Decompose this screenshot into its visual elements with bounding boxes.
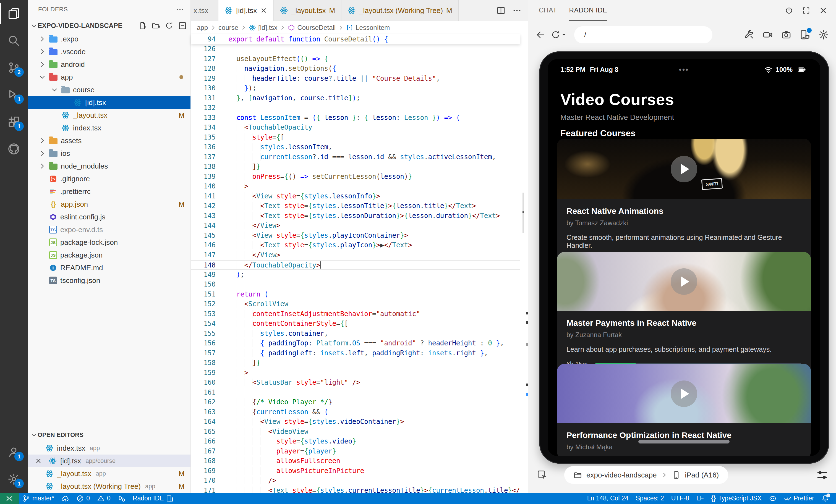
statusbar-cursor-position[interactable]: Ln 148, Col 24	[587, 495, 629, 502]
code-line-169[interactable]: 169 allowsPictureInPicture	[191, 466, 520, 476]
tree-item-.vscode[interactable]: .vscode	[27, 45, 190, 58]
course-thumbnail[interactable]: swm	[557, 139, 811, 199]
code-line-142[interactable]: 142 <Text style={styles.lessonTitle}>{le…	[191, 201, 520, 211]
screen-record-icon[interactable]	[762, 30, 773, 40]
newfile-icon[interactable]	[138, 22, 147, 30]
home-indicator[interactable]	[638, 440, 729, 444]
code-line-154[interactable]: 154 contentContainerStyle={[	[191, 319, 520, 329]
statusbar-indentation[interactable]: Spaces: 2	[635, 495, 664, 502]
tree-item-[id].tsx[interactable]: [id].tsx	[27, 96, 190, 109]
tree-item-.expo[interactable]: .expo	[27, 33, 190, 45]
close-icon[interactable]	[819, 6, 828, 15]
code-line-147[interactable]: 147 </View>	[191, 250, 520, 260]
code-line-170[interactable]: 170 />	[191, 476, 520, 486]
code-line-136[interactable]: 136 styles.lessonItem,	[191, 142, 520, 152]
open-editor-[id].tsx[interactable]: [id].tsxapp/course	[27, 454, 190, 467]
statusbar-formatter[interactable]: Prettier	[784, 495, 814, 502]
code-line-168[interactable]: 168 allowsFullscreen	[191, 456, 520, 466]
project-device-selector[interactable]: expo-video-landscape iPad (A16)	[564, 466, 728, 484]
statusbar-notifications[interactable]	[821, 495, 829, 502]
close-icon[interactable]	[260, 7, 267, 14]
tree-item-.gitignore[interactable]: .gitignore	[27, 172, 190, 185]
tree-item-ios[interactable]: ios	[27, 147, 190, 160]
code-line-155[interactable]: 155 styles.container,	[191, 329, 520, 339]
breadcrumb-CourseDetail[interactable]: CourseDetail	[288, 24, 336, 32]
back-icon[interactable]	[535, 30, 546, 40]
panel-tab-RADON IDE[interactable]: RADON IDE	[569, 0, 607, 21]
code-line-145[interactable]: 145 <View style={styles.playIconContaine…	[191, 231, 520, 241]
breadcrumb-course[interactable]: course	[218, 24, 238, 32]
tree-item-course[interactable]: course	[27, 83, 190, 96]
device-debug-icon[interactable]	[799, 30, 810, 40]
tree-item-_layout.tsx[interactable]: _layout.tsxM	[27, 109, 190, 121]
statusbar-errors[interactable]: 0	[76, 495, 90, 502]
statusbar-git-branch[interactable]: master*	[22, 495, 54, 502]
code-line-137[interactable]: 137 currentLesson?.id === lesson.id && s…	[191, 152, 520, 162]
code-line-156[interactable]: 156 { paddingTop: Platform.OS === "andro…	[191, 338, 520, 348]
settings-toggle-icon[interactable]	[817, 469, 828, 481]
code-line-131[interactable]: 131 }, [navigation, course.title]);	[191, 93, 520, 103]
tree-item-eslint.config.js[interactable]: eslint.config.js	[27, 211, 190, 223]
code-line-135[interactable]: 135 style={[	[191, 133, 520, 142]
code-line-162[interactable]: 162 {/* Video Player */}	[191, 398, 520, 407]
activity-search[interactable]	[0, 27, 27, 54]
tab-[id].tsx[interactable]: [id].tsx	[218, 0, 274, 21]
play-button[interactable]	[671, 268, 697, 295]
code-line-138[interactable]: 138 ]}	[191, 162, 520, 172]
statusbar-language-mode[interactable]: {}TypeScript JSX	[711, 495, 762, 502]
split-editor-icon[interactable]	[496, 6, 505, 15]
open-editor-_layout.tsx[interactable]: _layout.tsxappM	[27, 467, 190, 480]
activity-source-control[interactable]: 2	[0, 54, 27, 81]
tree-item-.prettierrc[interactable]: .prettierrc	[27, 185, 190, 198]
code-line-146[interactable]: 146 <Text style={styles.playIcon}>▶</Tex…	[191, 240, 520, 250]
code-line-144[interactable]: 144 </View>	[191, 221, 520, 231]
activity-accounts[interactable]: 1	[0, 439, 27, 466]
code-line-158[interactable]: 158 ]}	[191, 358, 520, 368]
open-editor-_layout.tsx (Working Tree)[interactable]: _layout.tsx (Working Tree)appM	[27, 480, 190, 493]
code-line-150[interactable]: 150	[191, 279, 520, 290]
more-actions-icon[interactable]	[176, 5, 184, 13]
tree-item-app.json[interactable]: {}app.jsonM	[27, 198, 190, 211]
breadcrumb-app[interactable]: app	[197, 24, 208, 32]
activity-run-debug[interactable]: 1	[0, 81, 27, 108]
code-line-166[interactable]: 166 style={styles.video}	[191, 437, 520, 447]
maximize-icon[interactable]	[802, 6, 811, 15]
newfolder-icon[interactable]	[152, 22, 160, 30]
power-icon[interactable]	[784, 6, 794, 15]
tree-item-expo-env.d.ts[interactable]: TSexpo-env.d.ts	[27, 223, 190, 236]
code-line-148[interactable]: 148 </TouchableOpacity>	[191, 260, 520, 270]
activity-github[interactable]	[0, 135, 27, 162]
screenshot-icon[interactable]	[781, 30, 791, 40]
code-line-141[interactable]: 141 <View style={styles.lessonInfo}>	[191, 192, 520, 201]
course-thumbnail[interactable]	[557, 364, 811, 423]
url-bar[interactable]: /	[574, 26, 712, 43]
code-line-160[interactable]: 160 <StatusBar style="light" />	[191, 378, 520, 388]
sticky-line[interactable]: 94export default function CourseDetail()…	[191, 34, 520, 44]
code-line-165[interactable]: 165 <VideoView	[191, 427, 520, 437]
ipad-screen[interactable]: 1:52 PM Fri Aug 8 ••• 100% Video Courses…	[548, 59, 820, 456]
code-line-167[interactable]: 167 player={player}	[191, 447, 520, 457]
code-line-134[interactable]: 134 <TouchableOpacity	[191, 123, 520, 133]
activity-settings[interactable]: 1	[0, 466, 27, 493]
tab-_layout.tsx (Working Tree)[interactable]: _layout.tsx (Working Tree)M	[341, 0, 459, 21]
remote-indicator[interactable]	[0, 493, 19, 504]
statusbar-radon-ide-status[interactable]: Radon IDE	[133, 495, 174, 502]
statusbar-warnings[interactable]: 0	[97, 495, 111, 502]
close-icon[interactable]	[35, 457, 42, 464]
breadcrumb-[id].tsx[interactable]: [id].tsx	[249, 24, 277, 32]
code-line-126[interactable]: 126	[191, 44, 520, 54]
tree-item-index.tsx[interactable]: index.tsx	[27, 121, 190, 134]
activity-explorer[interactable]	[0, 0, 27, 27]
tree-item-android[interactable]: android	[27, 58, 190, 71]
open-editors-header[interactable]: OPEN EDITORS	[27, 428, 190, 442]
sticky-scroll-line[interactable]: 94export default function CourseDetail()…	[191, 34, 520, 44]
statusbar-copilot[interactable]	[769, 495, 777, 502]
statusbar-encoding[interactable]: UTF-8	[671, 495, 689, 502]
tree-item-app[interactable]: app	[27, 71, 190, 83]
code-line-129[interactable]: 129 headerTitle: course?.title || "Cours…	[191, 74, 520, 84]
tree-item-assets[interactable]: assets	[27, 134, 190, 147]
code-line-132[interactable]: 132	[191, 103, 520, 113]
statusbar-eol[interactable]: LF	[697, 495, 704, 502]
tab-x.tsx[interactable]: x.tsx	[191, 0, 218, 21]
code-line-139[interactable]: 139 onPress={() => setCurrentLesson(less…	[191, 172, 520, 182]
